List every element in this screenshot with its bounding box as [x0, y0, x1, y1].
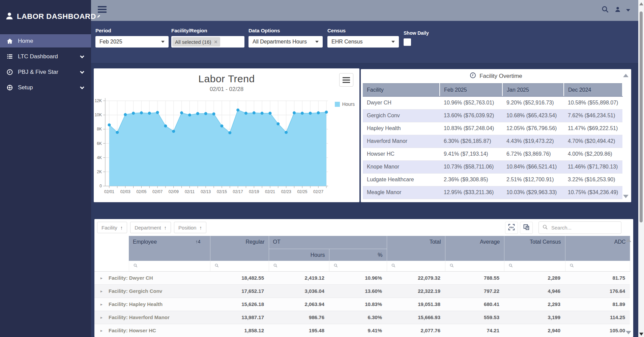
labor-trend-chart: 02K4K6K8K10K12K02/0102/0302/0502/0702/09… [94, 68, 359, 202]
ot-col-feb[interactable]: Feb 2025 [440, 84, 502, 96]
expand-icon[interactable]: ▸ [94, 324, 109, 337]
groupby-chip-position[interactable]: Position↑ [174, 222, 206, 233]
ot-dec: 7.62% ($46,234.51) [564, 109, 622, 122]
col-average[interactable]: Average [445, 236, 504, 261]
svg-text:02/25: 02/25 [297, 189, 307, 194]
search-input[interactable] [551, 225, 612, 231]
ot-dec: 11.46% ($71,780.13) [564, 160, 622, 173]
ot-col-facility[interactable]: Facility [363, 84, 440, 96]
col-employee[interactable]: Employee↑4 [129, 236, 210, 261]
filter-cell-blank [94, 261, 129, 271]
cell-adc: 81.89 [565, 298, 630, 311]
app-logo[interactable]: LABOR DASHBOARD [0, 0, 91, 33]
user-menu-caret-icon[interactable] [626, 9, 630, 11]
col-total[interactable]: Total [387, 236, 445, 261]
sidebar-item-setup[interactable]: Setup [0, 81, 91, 94]
census-select[interactable]: EHR Census [327, 36, 399, 48]
cell-ot-hours: 986.76 [269, 311, 329, 324]
scroll-up-icon[interactable] [623, 74, 628, 77]
ot-facility: Gergich Conv [363, 109, 440, 122]
svg-text:12K: 12K [95, 98, 102, 103]
scroll-down-icon[interactable] [623, 195, 628, 198]
expand-icon[interactable]: ▸ [94, 298, 109, 311]
ot-facility: Dwyer CH [363, 96, 440, 109]
ot-feb: 10.96% ($52,763.01) [440, 96, 502, 109]
scroll-down-icon[interactable] [639, 333, 643, 336]
filter-ot-hours[interactable] [269, 261, 329, 271]
export-xlsx-button[interactable]: xlsx [505, 222, 518, 234]
grid-toolbar: Facility↑ Department↑ Position↑ xlsx [94, 219, 633, 236]
facility-region-select[interactable]: All selected (16) ✕ [171, 36, 244, 48]
sidebar-item-home[interactable]: Home [0, 34, 91, 48]
table-row: Meagle Manor12.95% ($33,211.36)10.03% ($… [363, 186, 622, 199]
facility-region-label: Facility/Region [171, 28, 244, 33]
data-options-select[interactable]: All Departments Hours [248, 36, 323, 48]
scroll-up-icon[interactable] [639, 2, 643, 5]
ot-facility: Meagle Manor [363, 186, 440, 199]
table-row: Hapley Health10.83% ($57,248.04)12.05% (… [363, 122, 622, 135]
chevron-down-icon [80, 85, 84, 89]
filter-total[interactable] [387, 261, 445, 271]
expand-icon[interactable]: ▸ [94, 311, 109, 324]
page-scrollbar[interactable] [638, 0, 644, 337]
col-total-census[interactable]: Total Census [504, 236, 565, 261]
menu-toggle-icon[interactable] [98, 6, 107, 14]
scroll-up-icon[interactable] [626, 239, 631, 242]
group-row-label: Facility: Dwyer CH [109, 271, 210, 284]
groupby-chip-department[interactable]: Department↑ [130, 222, 171, 233]
facility-chip-text: All selected (16) [175, 39, 211, 45]
svg-text:02/15: 02/15 [217, 189, 227, 194]
ot-col-dec[interactable]: Dec 2024 [564, 84, 622, 96]
user-avatar-icon [5, 11, 14, 22]
sidebar-item-ltc-dashboard[interactable]: LTC Dashboard [0, 50, 91, 63]
cell-average: 788.55 [445, 271, 504, 284]
col-ot[interactable]: OT [269, 236, 387, 249]
filter-employee[interactable] [129, 261, 210, 271]
cell-ot-hours: 2,419.12 [269, 271, 329, 284]
cell-adc: 176.64 [565, 284, 630, 298]
ot-dec: 3.22% ($16,253.90) [564, 173, 622, 186]
column-chooser-button[interactable] [520, 222, 533, 234]
grid-search [538, 221, 621, 234]
search-icon [214, 263, 219, 269]
cell-total: 2,077.76 [387, 324, 445, 337]
sidebar-item-label: LTC Dashboard [18, 53, 58, 60]
search-icon [391, 263, 396, 269]
svg-text:02/27: 02/27 [313, 189, 323, 194]
ot-feb: 10.73% ($58,711.06) [440, 160, 502, 173]
search-icon [569, 263, 574, 269]
col-adc[interactable]: ADC [565, 236, 630, 261]
ot-col-jan[interactable]: Jan 2025 [502, 84, 564, 96]
search-icon[interactable] [601, 5, 609, 15]
period-select[interactable]: Feb 2025 [95, 36, 169, 48]
groupby-chip-facility[interactable]: Facility↑ [97, 222, 127, 233]
census-label: Census [327, 28, 399, 33]
cell-total-census: 4,946 [504, 284, 565, 298]
filter-regular[interactable] [210, 261, 269, 271]
show-daily-checkbox[interactable] [404, 38, 411, 46]
ot-dec: 4.70% ($20,494.42) [564, 135, 622, 148]
cell-regular: 15,626.18 [210, 298, 269, 311]
period-label: Period [95, 28, 169, 33]
ot-facility: Ludgate Healthcare [363, 173, 440, 186]
expand-icon[interactable]: ▸ [94, 284, 109, 298]
filter-total-census[interactable] [504, 261, 565, 271]
scrollbar-thumb[interactable] [640, 11, 643, 222]
cell-adc: 114.25 [565, 311, 630, 324]
col-ot-hours[interactable]: Hours [269, 249, 329, 261]
scroll-down-icon[interactable] [626, 331, 631, 334]
remove-icon[interactable]: ✕ [214, 39, 218, 44]
table-row: Ludgate Healthcare2.36% ($9,308.85)2.51%… [363, 173, 622, 186]
show-daily-label: Show Daily [404, 30, 429, 36]
filter-adc[interactable] [565, 261, 630, 271]
sort-asc-icon: ↑ [199, 225, 202, 231]
col-ot-pct[interactable]: % [329, 249, 387, 261]
filter-ot-pct[interactable] [329, 261, 387, 271]
svg-text:6K: 6K [97, 141, 102, 146]
user-icon[interactable] [614, 6, 621, 14]
cell-ot-hours: 195.48 [269, 324, 329, 337]
filter-average[interactable] [445, 261, 504, 271]
sidebar-item-pbj-five-star[interactable]: PBJ & Five Star [0, 65, 91, 79]
col-regular[interactable]: Regular [210, 236, 269, 261]
expand-icon[interactable]: ▸ [94, 271, 109, 284]
